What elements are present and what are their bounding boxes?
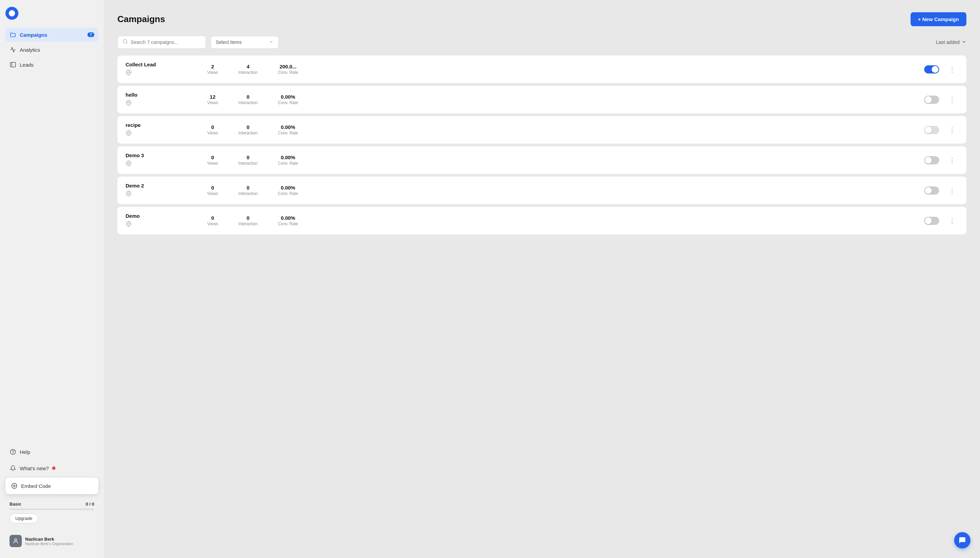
interaction-label: Interaction [238, 222, 258, 226]
views-label: Views [207, 131, 218, 135]
logo[interactable] [5, 7, 18, 20]
toggle-knob [932, 66, 939, 73]
search-icon [123, 39, 128, 46]
interaction-stat: 0 Interaction [238, 154, 258, 166]
campaign-name: Demo 2 [126, 183, 200, 189]
views-stat: 0 Views [207, 124, 218, 135]
campaign-toggle[interactable] [924, 65, 939, 74]
campaigns-badge: 7 [87, 32, 94, 37]
toggle-knob [925, 96, 932, 103]
sort-chevron-icon [962, 39, 966, 45]
sidebar-item-analytics[interactable]: Analytics [5, 43, 98, 56]
more-options-button[interactable]: ⋮ [946, 215, 958, 226]
sidebar-item-analytics-label: Analytics [20, 47, 40, 53]
sidebar-item-whats-new[interactable]: What's new? [5, 461, 98, 475]
campaign-stats: 0 Views 0 Interaction 0.00% Conv. Rate [207, 154, 918, 166]
views-label: Views [207, 100, 218, 105]
interaction-label: Interaction [238, 131, 258, 135]
embed-code-tooltip[interactable]: Embed Code [5, 478, 98, 494]
campaign-name: Demo 3 [126, 153, 200, 158]
sidebar-item-help-label: Help [20, 449, 30, 455]
page-title: Campaigns [117, 14, 165, 25]
views-value: 12 [210, 94, 216, 100]
conv-rate-label: Conv. Rate [278, 161, 298, 166]
chevron-down-icon [269, 39, 274, 45]
bell-icon [10, 465, 16, 471]
conv-rate-stat: 0.00% Conv. Rate [278, 124, 298, 135]
interaction-label: Interaction [238, 70, 258, 75]
upgrade-button[interactable]: Upgrade [10, 514, 38, 523]
interaction-label: Interaction [238, 100, 258, 105]
views-value: 0 [211, 154, 214, 160]
views-value: 0 [211, 124, 214, 130]
more-options-button[interactable]: ⋮ [946, 125, 958, 135]
campaign-info: Demo 2 [126, 183, 200, 198]
campaign-toggle[interactable] [924, 187, 939, 195]
interaction-stat: 0 Interaction [238, 215, 258, 226]
campaign-stats: 0 Views 0 Interaction 0.00% Conv. Rate [207, 185, 918, 196]
more-options-button[interactable]: ⋮ [946, 64, 958, 75]
sort-button[interactable]: Last added [936, 39, 966, 45]
more-options-button[interactable]: ⋮ [946, 94, 958, 105]
table-row: Collect Lead 2 Views 4 Interaction [117, 56, 966, 83]
conv-rate-stat: 0.00% Conv. Rate [278, 215, 298, 226]
campaign-info: Demo [126, 213, 200, 228]
globe-icon [126, 130, 200, 138]
campaign-info: Demo 3 [126, 153, 200, 168]
search-input[interactable] [131, 39, 201, 45]
campaign-info: recipe [126, 122, 200, 138]
sidebar-item-leads[interactable]: Leads [5, 58, 98, 71]
svg-point-4 [13, 453, 13, 453]
plan-label: Basic 0 / 0 [10, 502, 94, 507]
filter-dropdown[interactable]: Select items [211, 36, 279, 49]
globe-icon [126, 100, 200, 107]
campaign-name: recipe [126, 122, 200, 128]
search-box[interactable] [117, 36, 206, 49]
table-row: Demo 2 0 Views 0 Interaction [117, 177, 966, 204]
chat-fab[interactable] [954, 532, 970, 548]
campaign-stats: 0 Views 0 Interaction 0.00% Conv. Rate [207, 215, 918, 226]
campaign-toggle[interactable] [924, 156, 939, 164]
more-options-button[interactable]: ⋮ [946, 185, 958, 196]
conv-rate-label: Conv. Rate [278, 191, 298, 196]
plan-progress-bar [10, 509, 94, 510]
conv-rate-label: Conv. Rate [278, 131, 298, 135]
conv-rate-label: Conv. Rate [278, 70, 298, 75]
campaign-name: Demo [126, 213, 200, 219]
campaign-toggle[interactable] [924, 126, 939, 134]
main-nav: Campaigns 7 Analytics Leads [5, 28, 98, 445]
campaign-toggle[interactable] [924, 217, 939, 225]
conv-rate-stat: 0.00% Conv. Rate [278, 94, 298, 105]
interaction-value: 0 [247, 94, 250, 100]
more-options-button[interactable]: ⋮ [946, 155, 958, 166]
svg-point-12 [123, 39, 127, 43]
conv-rate-stat: 0.00% Conv. Rate [278, 154, 298, 166]
sidebar-item-help[interactable]: Help [5, 445, 98, 459]
toggle-knob [925, 217, 932, 224]
toolbar: Select items Last added [117, 36, 966, 49]
globe-icon [126, 69, 200, 77]
svg-point-0 [9, 10, 15, 16]
toggle-knob [925, 126, 932, 133]
plan-name: Basic [10, 502, 21, 507]
svg-point-11 [15, 538, 17, 541]
views-stat: 0 Views [207, 185, 218, 196]
campaign-info: Collect Lead [126, 62, 200, 77]
campaign-toggle[interactable] [924, 95, 939, 104]
new-campaign-button[interactable]: + New Campaign [911, 12, 966, 26]
sidebar-item-campaigns[interactable]: Campaigns 7 [5, 28, 98, 41]
help-icon [10, 448, 16, 455]
filter-label: Select items [216, 39, 241, 45]
bottom-nav: Help What's new? [5, 445, 98, 551]
views-label: Views [207, 222, 218, 226]
interaction-stat: 0 Interaction [238, 185, 258, 196]
campaign-stats: 0 Views 0 Interaction 0.00% Conv. Rate [207, 124, 918, 135]
conv-rate-label: Conv. Rate [278, 100, 298, 105]
user-section[interactable]: Nazlican Berk Nazlican Berk's Organizati… [5, 531, 98, 551]
globe-icon [126, 190, 200, 198]
plan-section: Basic 0 / 0 Upgrade [5, 498, 98, 527]
user-org: Nazlican Berk's Organization [25, 542, 73, 546]
sidebar-item-leads-label: Leads [20, 62, 34, 68]
views-value: 0 [211, 185, 214, 190]
user-info: Nazlican Berk Nazlican Berk's Organizati… [25, 537, 73, 546]
